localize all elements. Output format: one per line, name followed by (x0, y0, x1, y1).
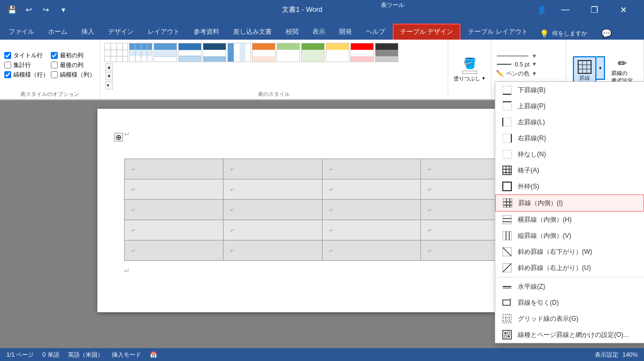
table-style-plain[interactable] (104, 43, 128, 62)
shading-label: 塗りつぶし ▼ (454, 75, 486, 82)
table-cell[interactable]: ↵ (223, 200, 322, 220)
view-grid-item[interactable]: グリッド線の表示(G) (495, 311, 644, 327)
diag-down-item[interactable]: 斜め罫線（右下がり）(W) (495, 244, 644, 260)
table-cell[interactable]: ↵ (125, 220, 224, 240)
table-cell[interactable]: ↵ (322, 159, 421, 179)
pen-color-row: ✏️ ペンの色 ▼ (496, 70, 537, 78)
inside-border-item[interactable]: 罫線（内側）(I) (495, 194, 644, 212)
title-row-input[interactable] (4, 52, 11, 59)
left-border-item[interactable]: 左罫線(L) (495, 114, 644, 130)
diag-down-icon (502, 246, 512, 257)
svg-rect-57 (503, 150, 511, 159)
last-col-input[interactable] (51, 62, 58, 69)
svg-rect-92 (508, 335, 510, 337)
tab-insert[interactable]: 挿入 (75, 25, 101, 40)
title-row-checkbox[interactable]: タイトル行 (4, 51, 49, 59)
user-icon[interactable]: 👤 (534, 2, 549, 17)
total-row-input[interactable] (4, 62, 11, 69)
table-style-11[interactable] (375, 43, 398, 62)
comment-icon[interactable]: 💬 (601, 28, 612, 39)
table-cell[interactable]: ↵ (223, 159, 322, 179)
tabs-row: ファイル ホーム 挿入 デザイン レイアウト 参考資料 差し込み文書 校閲 表示… (0, 19, 644, 40)
table-style-5[interactable] (227, 43, 251, 62)
search-placeholder: 何をしますか (552, 29, 587, 37)
inside-h-item[interactable]: 横罫線（内側）(H) (495, 212, 644, 228)
stroke-width-dropdown[interactable]: ▼ (532, 61, 537, 67)
total-row-checkbox[interactable]: 集計行 (4, 61, 49, 69)
first-col-checkbox[interactable]: 最初の列 (51, 51, 95, 59)
no-border-item[interactable]: 枠なし(N) (495, 146, 644, 162)
table-cell[interactable]: ↵ (125, 240, 224, 261)
undo-button[interactable]: ↩ (21, 2, 36, 17)
close-button[interactable]: ✕ (611, 0, 635, 19)
gallery-scroll-up[interactable]: ▲ ▼ ▾ (105, 63, 113, 89)
table-style-7[interactable] (277, 43, 300, 62)
table-style-2[interactable] (154, 43, 177, 62)
view-grid-icon (502, 313, 512, 324)
right-border-item[interactable]: 右罫線(R) (495, 130, 644, 146)
table-cell[interactable]: ↵ (125, 159, 224, 179)
all-borders-item[interactable]: 格子(A) (495, 162, 644, 178)
tab-help[interactable]: ヘルプ (359, 25, 392, 40)
separator-1 (495, 277, 644, 277)
table-cell[interactable]: ↵ (125, 200, 224, 220)
inside-v-icon (502, 230, 512, 241)
view-settings-label[interactable]: 表示設定 (595, 351, 618, 359)
inside-v-item[interactable]: 縦罫線（内側）(V) (495, 228, 644, 244)
table-cell[interactable]: ↵ (322, 220, 421, 240)
first-col-input[interactable] (51, 52, 58, 59)
shading-button[interactable]: 🪣 塗りつぶし ▼ (453, 56, 487, 84)
svg-rect-91 (504, 335, 507, 337)
table-style-10[interactable] (350, 43, 374, 62)
bottom-border-item[interactable]: 下罫線(B) (495, 82, 644, 98)
save-button[interactable]: 💾 (4, 2, 19, 17)
borders-main-button[interactable]: 罫線 (573, 56, 596, 85)
outside-border-item[interactable]: 外枠(S) (495, 178, 644, 194)
table-style-4[interactable] (203, 43, 226, 62)
tab-layout[interactable]: レイアウト (141, 25, 186, 40)
table-cell[interactable]: ↵ (223, 179, 322, 200)
restore-button[interactable]: ❐ (582, 0, 607, 19)
banded-cols-checkbox[interactable]: 縞模様（列） (51, 71, 95, 79)
tab-home[interactable]: ホーム (42, 25, 74, 40)
tab-dev[interactable]: 開発 (333, 25, 358, 40)
table-style-6[interactable] (252, 43, 275, 62)
tab-references[interactable]: 参考資料 (187, 25, 226, 40)
ribbon-header: ファイル ホーム 挿入 デザイン レイアウト 参考資料 差し込み文書 校閲 表示… (0, 19, 644, 40)
table-style-1[interactable] (129, 43, 152, 62)
table-move-handle[interactable]: ⊕ (114, 133, 123, 141)
tab-table-design[interactable]: テーブル デザイン (393, 24, 461, 40)
svg-rect-21 (179, 56, 202, 62)
customize-qat-button[interactable]: ▾ (56, 2, 71, 17)
border-settings-item[interactable]: 線種とページ罫線と網かけの設定(O)... (495, 327, 644, 343)
tab-view[interactable]: 表示 (306, 25, 332, 40)
top-border-item[interactable]: 上罫線(P) (495, 98, 644, 114)
tab-table-layout[interactable]: テーブル レイアウト (462, 25, 534, 40)
table-cell[interactable]: ↵ (322, 240, 421, 261)
banded-rows-checkbox[interactable]: 縞模様（行） (4, 71, 49, 79)
table-cell[interactable]: ↵ (223, 240, 322, 261)
diag-up-item[interactable]: 斜め罫線（右上がり）(U) (495, 260, 644, 276)
table-cell[interactable]: ↵ (223, 220, 322, 240)
banded-cols-input[interactable] (51, 71, 58, 78)
tab-review[interactable]: 校閲 (279, 25, 305, 40)
checkboxes-content: タイトル行 集計行 縞模様（行） 最初の列 (4, 41, 95, 89)
redo-button[interactable]: ↪ (39, 2, 53, 17)
table-cell[interactable]: ↵ (125, 179, 224, 200)
horiz-line-item[interactable]: 水平線(Z) (495, 279, 644, 295)
tab-file[interactable]: ファイル (2, 25, 41, 40)
table-style-3[interactable] (178, 43, 202, 62)
table-style-9[interactable] (326, 43, 349, 62)
minimize-button[interactable]: — (553, 0, 578, 19)
table-cell[interactable]: ↵ (322, 179, 421, 200)
tab-design[interactable]: デザイン (102, 25, 140, 40)
table-cell[interactable]: ↵ (322, 200, 421, 220)
tab-mailings[interactable]: 差し込み文書 (227, 25, 278, 40)
last-col-checkbox[interactable]: 最後の列 (51, 61, 95, 69)
table-style-8[interactable] (301, 43, 325, 62)
banded-rows-input[interactable] (4, 71, 11, 78)
borders-dropdown-button[interactable]: ▾ (596, 56, 605, 80)
border-style-dropdown[interactable]: ▼ (532, 53, 537, 59)
draw-border-item[interactable]: 罫線を引く(D) (495, 295, 644, 311)
pen-color-dropdown[interactable]: ▼ (532, 71, 537, 77)
